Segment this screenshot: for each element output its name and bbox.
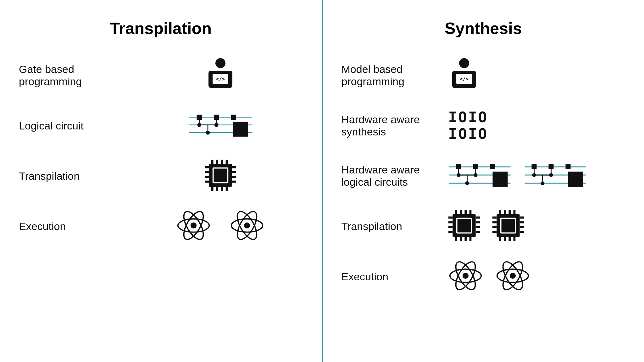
svg-point-73: [549, 173, 553, 177]
svg-rect-84: [448, 217, 452, 219]
icons-transpilation-right: [448, 210, 625, 243]
row-transpilation-right: Transpilation: [341, 207, 625, 245]
svg-text:</>: </>: [459, 76, 469, 82]
svg-rect-79: [469, 210, 471, 214]
label-gate-programming: Gate based programming: [19, 63, 138, 88]
svg-rect-92: [452, 214, 475, 237]
svg-rect-66: [548, 164, 553, 169]
transpilation-panel: Transpilation Gate based programming </>…: [0, 0, 322, 362]
svg-rect-23: [216, 187, 218, 191]
label-model-programming: Model based programming: [341, 63, 448, 88]
svg-rect-97: [513, 210, 515, 214]
svg-point-60: [465, 181, 469, 185]
svg-rect-100: [508, 237, 511, 241]
row-gate-programming: Gate based programming </>: [19, 57, 303, 94]
svg-rect-75: [568, 172, 583, 187]
svg-rect-89: [475, 221, 480, 223]
svg-rect-85: [448, 221, 452, 223]
svg-rect-52: [473, 164, 478, 169]
atom-icon-left-1: [176, 208, 211, 244]
transpilation-title: Transpilation: [19, 19, 303, 38]
svg-rect-91: [475, 231, 480, 233]
binary-icon: IOIOIOIO: [448, 109, 488, 142]
svg-rect-21: [226, 160, 228, 164]
icons-model-programming: </>: [448, 58, 625, 94]
svg-point-58: [457, 173, 460, 177]
svg-rect-29: [205, 181, 209, 183]
svg-rect-33: [232, 181, 236, 183]
atom-icon-right-2: [496, 259, 530, 294]
svg-rect-107: [519, 221, 524, 223]
svg-point-14: [197, 123, 202, 127]
chip-icon-right-2: [492, 210, 524, 243]
chip-icon-left: [205, 160, 236, 192]
row-hw-logical: Hardware aware logical circuits: [341, 157, 625, 195]
svg-rect-110: [497, 214, 519, 237]
svg-rect-108: [519, 226, 524, 228]
svg-rect-77: [460, 210, 462, 214]
svg-point-40: [244, 222, 250, 228]
atom-icon-right-1: [448, 259, 483, 294]
svg-rect-88: [475, 217, 480, 219]
label-logical-circuit: Logical circuit: [19, 120, 138, 132]
svg-rect-76: [455, 210, 457, 214]
label-transpilation: Transpilation: [19, 170, 138, 182]
label-execution-right: Execution: [341, 271, 448, 283]
svg-rect-20: [221, 160, 223, 164]
svg-rect-27: [205, 171, 209, 173]
svg-rect-86: [448, 226, 452, 228]
svg-rect-18: [211, 160, 214, 164]
icons-logical-circuit: [138, 111, 303, 140]
svg-rect-78: [464, 210, 467, 214]
svg-rect-61: [492, 172, 508, 187]
svg-rect-83: [469, 237, 471, 241]
svg-point-59: [474, 173, 477, 177]
row-hw-synthesis: Hardware aware synthesis IOIOIOIO: [341, 107, 625, 145]
svg-rect-28: [205, 176, 209, 178]
label-execution-left: Execution: [19, 220, 138, 233]
svg-point-44: [459, 58, 469, 68]
svg-rect-26: [205, 166, 209, 168]
svg-rect-9: [231, 115, 236, 120]
svg-rect-34: [209, 164, 232, 187]
svg-text:</>: </>: [216, 76, 225, 82]
label-hw-synthesis: Hardware aware synthesis: [341, 113, 448, 138]
svg-rect-30: [232, 166, 236, 168]
svg-rect-94: [499, 210, 501, 214]
svg-rect-7: [197, 115, 202, 120]
icons-transpilation: [138, 160, 303, 192]
icons-hw-synthesis: IOIOIOIO: [448, 109, 625, 142]
svg-rect-106: [519, 217, 524, 219]
svg-rect-96: [508, 210, 511, 214]
svg-rect-31: [232, 171, 236, 173]
label-transpilation-right: Transpilation: [341, 220, 448, 233]
svg-point-72: [532, 173, 536, 177]
svg-point-0: [215, 58, 225, 68]
svg-rect-32: [232, 176, 236, 178]
svg-rect-104: [492, 226, 497, 228]
icons-gate-programming: </>: [138, 58, 303, 94]
svg-rect-90: [475, 226, 480, 228]
row-execution-right: Execution: [341, 258, 625, 295]
icons-execution-right: [448, 259, 625, 294]
svg-point-74: [541, 181, 544, 185]
svg-rect-82: [464, 237, 467, 241]
chip-icon-right-1: [448, 210, 480, 243]
svg-rect-101: [513, 237, 515, 241]
svg-point-36: [191, 222, 197, 228]
svg-rect-81: [460, 237, 462, 241]
svg-rect-95: [504, 210, 506, 214]
svg-rect-53: [490, 164, 495, 169]
svg-rect-22: [211, 187, 214, 191]
svg-rect-80: [455, 237, 457, 241]
row-transpilation: Transpilation: [19, 157, 303, 195]
svg-rect-65: [531, 164, 536, 169]
svg-rect-25: [226, 187, 228, 191]
svg-rect-109: [519, 231, 524, 233]
circuit-icon-right-2: [524, 161, 587, 191]
svg-rect-17: [233, 122, 248, 137]
synthesis-panel: Synthesis Model based programming </> Ha…: [323, 0, 644, 362]
svg-rect-19: [216, 160, 218, 164]
svg-point-112: [462, 273, 468, 279]
row-logical-circuit: Logical circuit: [19, 107, 303, 145]
